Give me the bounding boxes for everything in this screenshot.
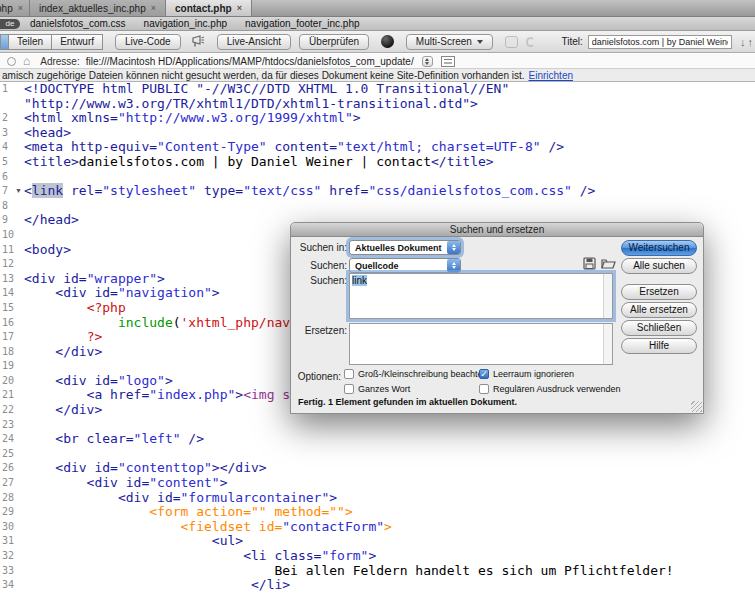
code-segment (24, 504, 149, 519)
find-textarea[interactable]: link (349, 273, 613, 319)
close-tab-icon[interactable]: × (151, 3, 156, 13)
tab-php[interactable]: php× (0, 0, 30, 16)
code-segment: > (353, 110, 361, 125)
code-line[interactable]: 25 (0, 447, 755, 462)
address-stepper[interactable] (422, 56, 433, 67)
collapse-marker-icon: ▼ (15, 184, 24, 199)
code-line[interactable]: 4<meta http-equiv="Content-Type" content… (0, 140, 755, 155)
schlie-en-button[interactable]: Schließen (621, 320, 697, 336)
code-line[interactable]: 31 <ul> (0, 534, 755, 549)
code-line[interactable]: 7▼<link rel="stylesheet" type="text/css"… (0, 184, 755, 199)
close-tab-icon[interactable]: × (18, 3, 23, 13)
related-file-navigation_inc.php[interactable]: navigation_inc.php (144, 18, 227, 29)
tab-contact.php[interactable]: contact.php× (166, 0, 252, 16)
address-path[interactable]: file:///Macintosh HD/Applications/MAMP/h… (86, 56, 414, 67)
code-text: <div id="logo"> (24, 374, 173, 389)
code-line[interactable]: 32 <li class="form"> (0, 549, 755, 564)
code-line[interactable]: 30 <fieldset id="contactForm"> (0, 520, 755, 535)
setup-site-link[interactable]: Einrichten (529, 70, 573, 81)
dialog-title[interactable]: Suchen und ersetzen (291, 223, 703, 237)
code-line[interactable]: 34 </li> (0, 578, 755, 593)
line-number: 6 (0, 170, 15, 185)
document-title-input[interactable] (588, 35, 732, 49)
split-view-button[interactable]: Teilen (9, 34, 52, 50)
source-code-badge[interactable]: de (0, 19, 20, 29)
replace-textarea[interactable] (349, 323, 613, 365)
alle-suchen-button[interactable]: Alle suchen (621, 258, 697, 274)
weitersuchen-button[interactable]: Weitersuchen (621, 240, 697, 256)
code-line[interactable]: 3<head> (0, 126, 755, 141)
load-query-icon[interactable] (601, 257, 616, 270)
options-label: Optionen: (287, 371, 341, 382)
code-line[interactable]: 8 (0, 199, 755, 214)
code-segment: "Content-Type" (157, 139, 267, 154)
code-line[interactable]: 26 <div id="contenttop"></div> (0, 461, 755, 476)
home-icon[interactable]: ⌂ (23, 56, 30, 66)
code-segment: <form action="" method=""> (149, 504, 353, 519)
live-view-button[interactable]: Live-Ansicht (217, 34, 291, 50)
scrollbar[interactable] (603, 324, 612, 364)
line-number: 34 (0, 578, 15, 593)
check-out-check-in-icons[interactable]: ↓↑ (740, 36, 755, 48)
related-file-navigation_footer_inc.php[interactable]: navigation_footer_inc.php (245, 18, 360, 29)
line-number: 14 (0, 286, 15, 301)
checkbox-icon[interactable] (344, 384, 354, 394)
code-line[interactable]: 5<title>danielsfotos.com | by Daniel Wei… (0, 155, 755, 170)
code-segment: > (329, 490, 337, 505)
code-segment: > (368, 548, 376, 563)
inspect-button[interactable]: Überprüfen (299, 34, 369, 50)
check-out-icon[interactable]: ↓ (740, 36, 748, 48)
option-gro-kleinschreibung-beachten[interactable]: Groß-/Kleinschreibung beachten (344, 369, 488, 379)
code-line[interactable]: 1<!DOCTYPE html PUBLIC "-//W3C//DTD XHTM… (0, 82, 755, 97)
check-in-icon[interactable]: ↑ (748, 36, 755, 48)
preview-in-browser-globe-icon[interactable] (381, 35, 394, 48)
option-leerraum-ignorieren[interactable]: ✓Leerraum ignorieren (479, 369, 574, 379)
tab-label: contact.php (175, 3, 232, 14)
multiscreen-button[interactable]: Multi-Screen (406, 34, 493, 50)
resize-grip[interactable] (691, 401, 702, 412)
code-view-button[interactable] (0, 34, 9, 50)
find-in-select[interactable]: Aktuelles Dokument (349, 240, 461, 255)
line-number: 5 (0, 155, 15, 170)
checkbox-icon[interactable] (479, 384, 489, 394)
option-regul-ren-ausdruck-verwenden[interactable]: Regulären Ausdruck verwenden (479, 384, 621, 394)
checkbox-icon[interactable] (344, 369, 354, 379)
code-line[interactable]: 33 Bei allen Feldern handelt es sich um … (0, 564, 755, 579)
search-type-select[interactable]: Quellcode (349, 258, 461, 273)
code-line[interactable]: 27 <div id="content"> (0, 476, 755, 491)
save-query-icon[interactable] (583, 257, 596, 270)
code-line[interactable]: 6 (0, 170, 755, 185)
checkbox-checked-icon[interactable]: ✓ (479, 369, 489, 379)
code-segment: "content" (149, 475, 219, 490)
option-ganzes-wort[interactable]: Ganzes Wort (344, 384, 410, 394)
line-number: 2 (0, 111, 15, 126)
validation-icon[interactable] (191, 35, 205, 48)
stop-icon[interactable] (7, 57, 16, 66)
live-code-button[interactable]: Live-Code (115, 34, 181, 50)
hilfe-button[interactable]: Hilfe (621, 338, 697, 354)
scrollbar[interactable] (603, 274, 612, 318)
related-file-danielsfotos_com.css[interactable]: danielsfotos_com.css (30, 18, 126, 29)
alle-ersetzen-button[interactable]: Alle ersetzen (621, 302, 697, 318)
line-number: 26 (0, 461, 15, 476)
view-mode-segment: Teilen Entwurf (0, 34, 103, 50)
design-view-button[interactable]: Entwurf (52, 34, 103, 50)
code-line[interactable]: 23 (0, 418, 755, 433)
code-line[interactable]: "http://www.w3.org/TR/xhtml1/DTD/xhtml1-… (0, 97, 755, 112)
code-line[interactable]: 24 <br clear="left" /> (0, 432, 755, 447)
file-management-icon[interactable] (505, 36, 518, 48)
code-segment: Bei allen Feldern handelt es sich um Pfl… (24, 563, 674, 578)
line-number: 20 (0, 374, 15, 389)
view-options-icon[interactable] (441, 56, 455, 67)
code-segment (24, 315, 118, 330)
line-number: 3 (0, 126, 15, 141)
code-line[interactable]: 2<html xmlns="http://www.w3.org/1999/xht… (0, 111, 755, 126)
code-line[interactable]: 28 <div id="formularcontainer"> (0, 491, 755, 506)
code-line[interactable]: 29 <form action="" method=""> (0, 505, 755, 520)
code-segment: > (212, 285, 220, 300)
refresh-icon[interactable] (526, 37, 536, 47)
ersetzen-button[interactable]: Ersetzen (621, 284, 697, 300)
close-tab-icon[interactable]: × (237, 3, 242, 13)
tab-index_aktuelles_inc.php[interactable]: index_aktuelles_inc.php× (30, 0, 166, 16)
replace-label: Ersetzen: (293, 325, 347, 336)
